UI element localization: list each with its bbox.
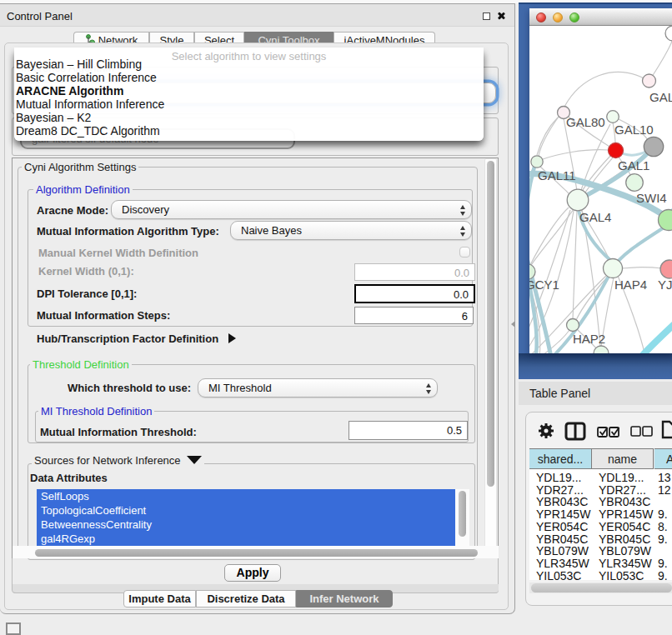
svg-text:GAL11: GAL11 (538, 168, 576, 182)
svg-text:GAL10: GAL10 (614, 122, 654, 137)
svg-text:YJ: YJ (658, 278, 672, 292)
svg-text:SWI4: SWI4 (636, 191, 667, 205)
svg-text:HAP2: HAP2 (573, 332, 605, 346)
svg-text:GCY1: GCY1 (529, 278, 559, 292)
svg-text:GAL4: GAL4 (579, 210, 611, 224)
svg-text:HAP4: HAP4 (614, 278, 647, 292)
svg-text:GAL80: GAL80 (566, 115, 605, 129)
svg-text:GAL7: GAL7 (649, 90, 672, 104)
svg-text:GAL1: GAL1 (618, 158, 649, 172)
